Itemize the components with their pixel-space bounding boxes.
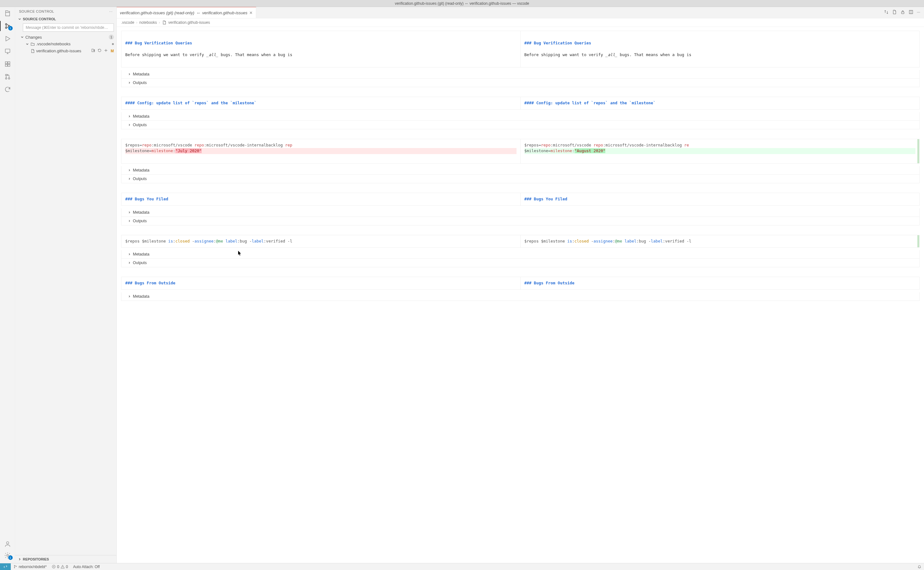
svg-point-11: [8, 78, 10, 79]
metadata-toggle[interactable]: Metadata: [121, 112, 919, 121]
active-tab[interactable]: verification.github-issues (git) (read-o…: [117, 7, 256, 18]
outputs-toggle[interactable]: Outputs: [121, 217, 919, 225]
metadata-toggle[interactable]: Metadata: [121, 292, 919, 301]
open-file-icon[interactable]: [91, 48, 95, 54]
diff-left: ### Bug Verification Queries Before ship…: [121, 31, 521, 67]
diff-right: ### Bugs From Outside: [521, 277, 919, 290]
editor-actions: ···: [880, 9, 924, 15]
svg-point-13: [7, 555, 9, 556]
sidebar: SOURCE CONTROL ··· SOURCE CONTROL Change…: [15, 7, 117, 563]
sync-icon[interactable]: [4, 86, 11, 93]
diff-right: $repos $milestone is:closed -assignee:@m…: [521, 235, 919, 248]
diff-swap-icon[interactable]: [884, 9, 889, 15]
diff-cell: ### Bug Verification Queries Before ship…: [121, 31, 919, 87]
scm-section-label: SOURCE CONTROL: [23, 17, 56, 21]
account-icon[interactable]: [4, 540, 11, 548]
readonly-lock-icon[interactable]: [900, 9, 905, 15]
tab-title-sep: ↔: [196, 11, 201, 15]
svg-point-1: [5, 27, 7, 29]
more-actions-icon[interactable]: ···: [917, 9, 920, 15]
tab-title-left: verification.github-issues (git) (read-o…: [120, 11, 195, 15]
settings-badge: 1: [8, 555, 13, 560]
metadata-toggle[interactable]: Metadata: [121, 250, 919, 259]
cell-body: Before shipping we want to verify _all_ …: [524, 52, 691, 57]
folder-item[interactable]: .vscode/notebooks: [15, 41, 116, 47]
diff-right: $repos=repo:microsoft/vscode repo:micros…: [521, 139, 919, 163]
status-bar: rebornix/nbdebt* 0 0 Auto Attach: Off: [0, 563, 924, 570]
breadcrumb-part[interactable]: notebooks: [139, 20, 157, 25]
diff-cell: ### Bugs You Filed ### Bugs You Filed Me…: [121, 193, 919, 225]
diff-cell: $repos=repo:microsoft/vscode repo:micros…: [121, 139, 919, 183]
chevron-down-icon: [20, 35, 24, 39]
svg-rect-7: [5, 64, 7, 66]
auto-attach-indicator[interactable]: Auto Attach: Off: [70, 565, 102, 569]
commit-message-field[interactable]: [23, 23, 114, 32]
changes-group[interactable]: Changes 1: [15, 34, 116, 41]
chevron-right-icon: ›: [136, 20, 137, 25]
close-tab-icon[interactable]: ✕: [249, 11, 253, 15]
tab-title-right: verification.github-issues: [202, 11, 247, 15]
metadata-toggle[interactable]: Metadata: [121, 70, 919, 79]
outputs-toggle[interactable]: Outputs: [121, 79, 919, 87]
metadata-toggle[interactable]: Metadata: [121, 208, 919, 217]
remote-explorer-icon[interactable]: [4, 48, 11, 55]
changes-count: 1: [109, 35, 114, 40]
svg-rect-4: [5, 49, 10, 53]
svg-marker-3: [6, 37, 10, 41]
explorer-icon[interactable]: [4, 9, 11, 17]
cell-heading: ### Bug Verification Queries: [524, 41, 591, 45]
cell-heading: ### Bug Verification Queries: [125, 41, 192, 45]
pull-request-icon[interactable]: [4, 73, 11, 81]
svg-point-9: [5, 74, 7, 76]
svg-rect-5: [5, 62, 7, 64]
commit-message-input[interactable]: [23, 23, 114, 32]
breadcrumbs[interactable]: .vscode › notebooks › verification.githu…: [117, 18, 924, 27]
main-layout: 1 1: [0, 7, 924, 563]
changes-label: Changes: [25, 35, 107, 40]
notifications-icon[interactable]: [915, 565, 924, 569]
scm-section-header[interactable]: SOURCE CONTROL: [15, 16, 116, 22]
settings-gear-icon[interactable]: 1: [4, 552, 11, 559]
diff-left: $repos $milestone is:closed -assignee:@m…: [121, 235, 521, 248]
outputs-toggle[interactable]: Outputs: [121, 175, 919, 183]
diff-content[interactable]: ### Bug Verification Queries Before ship…: [117, 27, 924, 563]
more-icon[interactable]: ···: [109, 9, 113, 13]
chevron-down-icon: [25, 42, 29, 46]
branch-indicator[interactable]: rebornix/nbdebt*: [11, 565, 49, 569]
svg-point-12: [6, 542, 9, 544]
diff-left: ### Bugs From Outside: [121, 277, 521, 290]
warning-count: 0: [66, 565, 68, 569]
metadata-toggle[interactable]: Metadata: [121, 166, 919, 175]
svg-rect-14: [901, 12, 904, 14]
diff-cell: #### Config: update list of `repos` and …: [121, 97, 919, 129]
auto-attach-label: Auto Attach: Off: [73, 565, 100, 569]
scm-tree: Changes 1 .vscode/notebooks verification…: [15, 34, 116, 555]
repositories-section-header[interactable]: REPOSITORIES: [15, 555, 116, 563]
file-status: M: [111, 49, 114, 53]
breadcrumb-part[interactable]: .vscode: [121, 20, 134, 25]
diff-right: ### Bug Verification Queries Before ship…: [521, 31, 919, 67]
repositories-label: REPOSITORIES: [23, 557, 49, 561]
discard-changes-icon[interactable]: [97, 48, 102, 54]
remote-indicator[interactable]: [0, 563, 11, 570]
diff-left: ### Bugs You Filed: [121, 193, 521, 205]
breadcrumb-part[interactable]: verification.github-issues: [169, 20, 210, 25]
problems-indicator[interactable]: 0 0: [49, 565, 70, 569]
chevron-right-icon: [18, 557, 21, 561]
outputs-toggle[interactable]: Outputs: [121, 259, 919, 267]
source-control-icon[interactable]: 1: [4, 22, 11, 30]
extensions-icon[interactable]: [4, 60, 11, 68]
diff-right: #### Config: update list of `repos` and …: [521, 97, 919, 109]
stage-changes-icon[interactable]: [104, 48, 108, 54]
outputs-toggle[interactable]: Outputs: [121, 121, 919, 129]
split-editor-icon[interactable]: [909, 9, 913, 15]
chevron-down-icon: [18, 17, 21, 21]
file-item[interactable]: verification.github-issues M: [15, 47, 116, 55]
file-icon: [31, 49, 35, 53]
sidebar-title: SOURCE CONTROL: [19, 9, 54, 13]
run-debug-icon[interactable]: [4, 35, 11, 43]
tabs-row: verification.github-issues (git) (read-o…: [117, 7, 924, 18]
window-title: verification.github-issues (git) (read-o…: [395, 1, 529, 6]
sidebar-title-row: SOURCE CONTROL ···: [15, 7, 116, 16]
open-file-action-icon[interactable]: [892, 9, 897, 15]
